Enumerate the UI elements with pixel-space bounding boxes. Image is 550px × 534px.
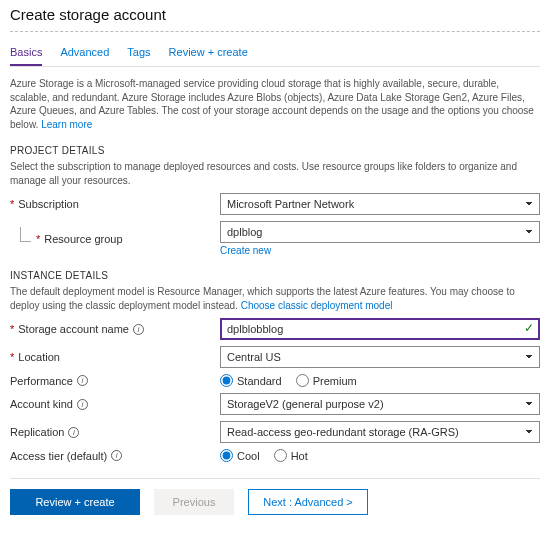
divider	[10, 478, 540, 479]
account-kind-select[interactable]: StorageV2 (general purpose v2)	[220, 393, 540, 415]
intro-text: Azure Storage is a Microsoft-managed ser…	[10, 77, 540, 131]
replication-select[interactable]: Read-access geo-redundant storage (RA-GR…	[220, 421, 540, 443]
performance-premium-radio[interactable]: Premium	[296, 374, 357, 387]
tier-hot-input[interactable]	[274, 449, 287, 462]
access-tier-label: Access tier (default) i	[10, 450, 220, 462]
location-label: * Location	[10, 351, 220, 363]
tier-cool-text: Cool	[237, 450, 260, 462]
subscription-select[interactable]: Microsoft Partner Network	[220, 193, 540, 215]
tabs: Basics Advanced Tags Review + create	[10, 42, 540, 67]
resource-group-select[interactable]: dplblog	[220, 221, 540, 243]
access-tier-label-text: Access tier (default)	[10, 450, 107, 462]
tab-review[interactable]: Review + create	[169, 42, 248, 66]
tier-cool-radio[interactable]: Cool	[220, 449, 260, 462]
performance-label: Performance i	[10, 375, 220, 387]
required-marker: *	[36, 233, 40, 245]
tier-hot-radio[interactable]: Hot	[274, 449, 308, 462]
tab-tags[interactable]: Tags	[127, 42, 150, 66]
create-new-link[interactable]: Create new	[220, 245, 271, 256]
replication-label-text: Replication	[10, 426, 64, 438]
project-details-desc: Select the subscription to manage deploy…	[10, 160, 540, 187]
performance-premium-input[interactable]	[296, 374, 309, 387]
performance-premium-text: Premium	[313, 375, 357, 387]
info-icon[interactable]: i	[133, 324, 144, 335]
storage-name-input[interactable]	[220, 318, 540, 340]
instance-details-heading: INSTANCE DETAILS	[10, 270, 540, 281]
previous-button: Previous	[154, 489, 234, 515]
storage-name-label-text: Storage account name	[18, 323, 129, 335]
info-icon[interactable]: i	[68, 427, 79, 438]
tier-cool-input[interactable]	[220, 449, 233, 462]
resource-group-label-text: Resource group	[44, 233, 122, 245]
subscription-label-text: Subscription	[18, 198, 79, 210]
learn-more-link[interactable]: Learn more	[41, 119, 92, 130]
tab-basics[interactable]: Basics	[10, 42, 42, 66]
performance-label-text: Performance	[10, 375, 73, 387]
info-icon[interactable]: i	[111, 450, 122, 461]
info-icon[interactable]: i	[77, 375, 88, 386]
next-button[interactable]: Next : Advanced >	[248, 489, 368, 515]
performance-standard-input[interactable]	[220, 374, 233, 387]
account-kind-label: Account kind i	[10, 398, 220, 410]
account-kind-label-text: Account kind	[10, 398, 73, 410]
performance-standard-text: Standard	[237, 375, 282, 387]
info-icon[interactable]: i	[77, 399, 88, 410]
classic-deployment-link[interactable]: Choose classic deployment model	[241, 300, 393, 311]
review-create-button[interactable]: Review + create	[10, 489, 140, 515]
replication-label: Replication i	[10, 426, 220, 438]
location-label-text: Location	[18, 351, 60, 363]
subscription-label: * Subscription	[10, 198, 220, 210]
project-details-heading: PROJECT DETAILS	[10, 145, 540, 156]
required-marker: *	[10, 198, 14, 210]
storage-name-label: * Storage account name i	[10, 323, 220, 335]
location-select[interactable]: Central US	[220, 346, 540, 368]
footer-buttons: Review + create Previous Next : Advanced…	[10, 489, 540, 515]
required-marker: *	[10, 323, 14, 335]
page-title: Create storage account	[10, 6, 540, 23]
check-icon: ✓	[524, 321, 534, 335]
tier-hot-text: Hot	[291, 450, 308, 462]
resource-group-label: * Resource group	[10, 233, 220, 245]
instance-details-desc: The default deployment model is Resource…	[10, 285, 540, 312]
divider	[10, 31, 540, 32]
tab-advanced[interactable]: Advanced	[60, 42, 109, 66]
required-marker: *	[10, 351, 14, 363]
performance-standard-radio[interactable]: Standard	[220, 374, 282, 387]
